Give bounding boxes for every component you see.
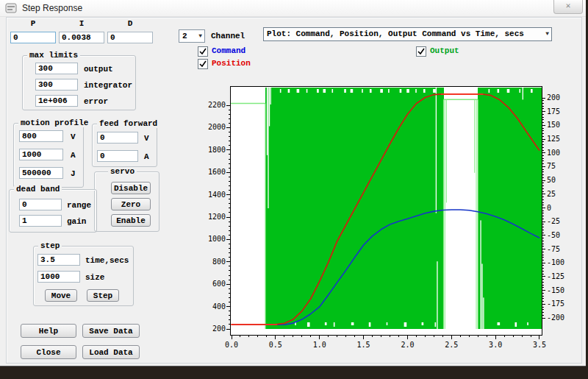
svg-text:200: 200 xyxy=(212,325,226,333)
load-data-button[interactable]: Load Data xyxy=(82,345,140,359)
servo-title: servo xyxy=(108,167,137,176)
channel-value: 2 xyxy=(182,32,187,40)
svg-text:400: 400 xyxy=(212,302,226,311)
max-error-input[interactable] xyxy=(35,95,78,107)
svg-text:-100: -100 xyxy=(547,258,564,266)
servo-disable-button[interactable]: Disable xyxy=(111,182,151,194)
dead-band-range-input[interactable] xyxy=(19,199,62,210)
plot-select-value: Plot: Command, Position, Output Command … xyxy=(267,29,524,38)
close-window-button[interactable]: ✕ xyxy=(553,0,583,14)
svg-text:175: 175 xyxy=(547,107,560,116)
svg-text:2000: 2000 xyxy=(208,123,226,131)
desktop: Step Response ✕ P I D 2 ▼ Channel Plot: … xyxy=(0,0,588,379)
output-checkbox-label: Output xyxy=(430,46,459,55)
svg-text:0.0: 0.0 xyxy=(225,341,238,349)
plot-select[interactable]: Plot: Command, Position, Output Command … xyxy=(263,27,552,41)
command-checkbox-label: Command xyxy=(212,46,245,55)
close-button[interactable]: Close xyxy=(21,345,76,359)
velocity-label: V xyxy=(71,132,76,141)
svg-text:2.0: 2.0 xyxy=(401,341,414,349)
channel-select[interactable]: 2 ▼ xyxy=(179,29,205,43)
motion-profile-title: motion profile xyxy=(18,118,90,127)
d-input[interactable] xyxy=(107,32,153,43)
svg-text:1.0: 1.0 xyxy=(313,341,326,349)
velocity-input[interactable] xyxy=(19,130,63,142)
app-icon xyxy=(5,2,17,14)
i-label: I xyxy=(59,19,104,28)
channel-label: Channel xyxy=(211,32,245,40)
svg-text:0: 0 xyxy=(547,204,551,212)
svg-text:800: 800 xyxy=(212,258,226,266)
svg-text:1600: 1600 xyxy=(208,168,226,176)
svg-text:0.5: 0.5 xyxy=(269,341,282,349)
jerk-input[interactable] xyxy=(19,167,63,179)
svg-text:-50: -50 xyxy=(547,231,560,239)
svg-text:2.5: 2.5 xyxy=(445,341,458,349)
svg-text:75: 75 xyxy=(547,162,556,170)
svg-text:150: 150 xyxy=(547,121,560,129)
step-response-window: Step Response ✕ P I D 2 ▼ Channel Plot: … xyxy=(0,0,586,366)
servo-zero-button[interactable]: Zero xyxy=(111,198,151,210)
d-label: D xyxy=(107,19,153,28)
svg-text:-200: -200 xyxy=(547,314,564,322)
svg-text:100: 100 xyxy=(547,149,560,157)
checkmark-icon xyxy=(199,60,207,68)
svg-text:1.5: 1.5 xyxy=(357,341,370,349)
acceleration-label: A xyxy=(71,151,76,160)
acceleration-input[interactable] xyxy=(19,149,63,160)
svg-text:3.0: 3.0 xyxy=(489,341,502,349)
svg-text:125: 125 xyxy=(547,135,560,143)
ff-acceleration-input[interactable] xyxy=(97,150,138,162)
output-checkbox[interactable] xyxy=(416,46,426,57)
svg-text:25: 25 xyxy=(547,190,556,198)
dropdown-arrow-icon: ▼ xyxy=(198,32,202,39)
svg-text:3.5: 3.5 xyxy=(533,341,546,349)
servo-group: servo Disable Zero Enable xyxy=(94,171,159,232)
servo-enable-button[interactable]: Enable xyxy=(111,214,151,227)
dropdown-arrow-icon: ▼ xyxy=(545,30,549,37)
svg-text:50: 50 xyxy=(547,176,556,184)
step-title: step xyxy=(38,241,62,250)
svg-text:-125: -125 xyxy=(547,272,564,280)
dead-band-title: dead band xyxy=(14,185,62,194)
checkmark-icon xyxy=(417,48,425,55)
move-button[interactable]: Move xyxy=(45,289,77,302)
command-checkbox[interactable] xyxy=(198,46,208,57)
save-data-button[interactable]: Save Data xyxy=(82,324,140,338)
feed-forward-title: feed forward xyxy=(97,119,159,128)
p-input[interactable] xyxy=(10,32,56,43)
svg-text:200: 200 xyxy=(547,93,560,102)
step-size-label: size xyxy=(85,273,104,282)
ff-acceleration-label: A xyxy=(144,152,149,161)
svg-text:-75: -75 xyxy=(547,245,560,253)
step-button[interactable]: Step xyxy=(87,289,119,302)
dead-band-gain-input[interactable] xyxy=(19,215,62,227)
feed-forward-group: feed forward V A xyxy=(92,124,157,167)
p-label: P xyxy=(10,19,56,28)
max-output-label: output xyxy=(84,65,113,74)
ff-velocity-label: V xyxy=(144,134,149,143)
svg-text:1000: 1000 xyxy=(208,235,226,243)
max-output-input[interactable] xyxy=(35,63,78,74)
max-integrator-label: integrator xyxy=(84,81,132,90)
dead-band-group: dead band range gain xyxy=(9,189,97,233)
motion-profile-group: motion profile V A J xyxy=(13,123,84,188)
max-integrator-input[interactable] xyxy=(35,79,78,91)
step-time-input[interactable] xyxy=(37,254,80,266)
help-button[interactable]: Help xyxy=(21,324,76,338)
max-error-label: error xyxy=(84,97,108,106)
ff-velocity-input[interactable] xyxy=(97,132,138,144)
dead-band-range-label: range xyxy=(67,201,91,210)
step-response-chart: 0.00.51.01.52.02.53.03.52004006008001000… xyxy=(198,79,584,353)
dead-band-gain-label: gain xyxy=(67,217,86,226)
jerk-label: J xyxy=(71,169,76,178)
max-limits-title: max limits xyxy=(27,51,80,60)
svg-text:1400: 1400 xyxy=(208,191,226,199)
max-limits-group: max limits output integrator error xyxy=(22,55,136,110)
step-size-input[interactable] xyxy=(37,271,80,283)
svg-text:600: 600 xyxy=(212,280,226,288)
position-checkbox-label: Position xyxy=(212,59,251,68)
i-input[interactable] xyxy=(59,32,104,43)
position-checkbox[interactable] xyxy=(198,59,208,69)
svg-text:-150: -150 xyxy=(547,286,564,294)
